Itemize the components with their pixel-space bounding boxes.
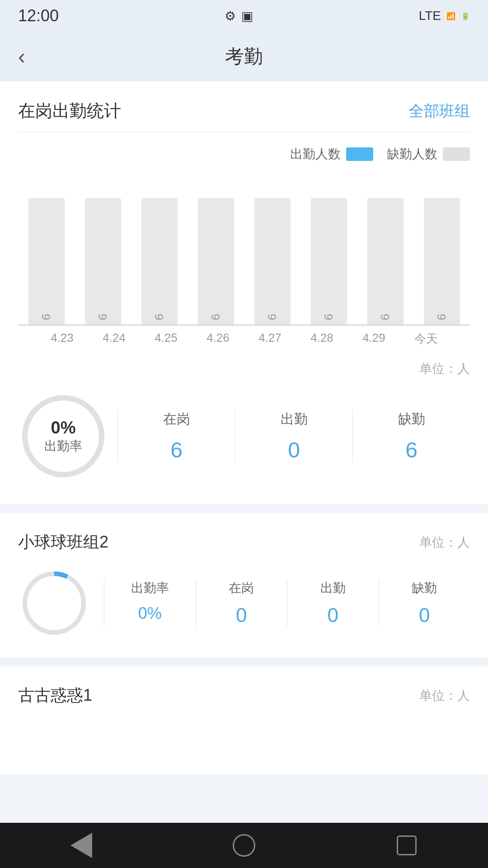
group-1-stat-item-3: 缺勤 0 [379,580,470,627]
bar-5: 6 [311,198,347,325]
group-1-stat-name-1: 在岗 [196,580,287,597]
group-section-2: 古古惑惑1 单位：人 [0,666,488,774]
group-1-unit: 单位：人 [419,534,470,551]
bar-value-4: 6 [265,314,279,320]
stat-item-1: 出勤 0 [235,410,352,462]
bars-wrapper: 66666666 [18,172,470,326]
group-1-stats-row: 出勤率 0% 在岗 0 出勤 0 缺勤 0 [18,567,470,639]
unit-label: 单位：人 [0,347,488,377]
group-1-stat-item-1: 在岗 0 [196,580,287,627]
stat-item-0: 在岗 6 [117,410,235,462]
back-nav-button[interactable] [68,832,95,859]
legend-attendance: 出勤人数 [290,146,373,163]
bar-group-2: 6 [131,198,188,325]
bar-date-label-1: 4.24 [88,331,140,347]
group-1-header: 小球球班组2 单位：人 [18,531,470,553]
page-title: 考勤 [225,44,263,69]
group-2-title: 古古惑惑1 [18,684,92,707]
stat-value-0: 6 [118,438,235,462]
bar-group-0: 6 [18,198,75,325]
bar-date-label-2: 4.25 [140,331,192,347]
group-1-stat-value-2: 0 [287,604,379,627]
recent-nav-button[interactable] [393,832,420,859]
legend-attendance-label: 出勤人数 [290,146,341,163]
main-content: 在岗出勤统计 全部班组 出勤人数 缺勤人数 66666666 4.234.244… [0,81,488,504]
top-nav: ‹ 考勤 [0,32,488,81]
bar-4: 6 [254,198,291,325]
bar-chart: 66666666 4.234.244.254.264.274.284.29今天 [0,167,488,347]
battery-icon: 🔋 [461,12,470,20]
status-right: LTE 📶 🔋 [419,9,470,23]
group-1-stat-value-1: 0 [196,604,287,627]
bar-7: 6 [424,198,460,325]
bar-group-5: 6 [300,198,357,325]
group-1-stats-items: 出勤率 0% 在岗 0 出勤 0 缺勤 0 [104,580,470,627]
stat-name-1: 出勤 [235,410,352,429]
bar-value-3: 6 [209,314,223,320]
overall-circle: 0% 出勤率 [18,391,108,481]
lte-label: LTE [419,9,441,23]
group-1-circle [18,567,90,639]
bar-group-1: 6 [75,198,131,325]
bar-date-label-4: 4.27 [244,331,296,347]
bar-date-label-0: 4.23 [36,331,88,347]
group-1-title: 小球球班组2 [18,531,108,553]
stat-item-2: 缺勤 6 [352,410,470,462]
group-1-stat-name-0: 出勤率 [104,580,196,597]
legend-absence: 缺勤人数 [387,146,470,163]
group-1-stat-item-0: 出勤率 0% [104,580,196,627]
bar-group-6: 6 [357,198,413,325]
bar-3: 6 [198,198,234,325]
group-1-stat-value-3: 0 [379,604,470,627]
gear-icon: ⚙ [225,9,236,24]
legend-blue-box [346,147,373,161]
bar-group-4: 6 [244,198,300,325]
signal-icon: 📶 [446,12,455,20]
bottom-nav [0,823,488,868]
back-button[interactable]: ‹ [18,46,25,67]
section-header: 在岗出勤统计 全部班组 [0,81,488,132]
section-title: 在岗出勤统计 [18,99,121,123]
bar-date-label-5: 4.28 [296,331,348,347]
overall-percent: 0% [44,418,82,438]
group-1-circle-svg [18,567,90,639]
bar-value-6: 6 [378,314,392,320]
bar-value-1: 6 [96,314,110,320]
group-1-stat-pct-0: 0% [104,604,196,623]
bar-date-label-7: 今天 [400,331,452,347]
stat-name-0: 在岗 [118,410,235,429]
bar-date-label-3: 4.26 [192,331,244,347]
bar-value-2: 6 [152,314,166,320]
bar-value-0: 6 [39,314,53,320]
legend-absence-label: 缺勤人数 [387,146,437,163]
bar-date-label-6: 4.29 [348,331,400,347]
sim-icon: ▣ [241,9,253,24]
bar-0: 6 [28,198,65,325]
bar-2: 6 [141,198,178,325]
recent-square-icon [397,835,417,855]
bar-group-7: 6 [413,198,470,325]
chart-legend: 出勤人数 缺勤人数 [0,132,488,167]
stat-value-2: 6 [353,438,470,462]
overall-stats-row: 0% 出勤率 在岗 6 出勤 0 缺勤 6 [0,377,488,504]
bar-1: 6 [85,198,121,325]
bar-labels: 4.234.244.254.264.274.284.29今天 [18,326,470,347]
stat-name-2: 缺勤 [353,410,470,429]
home-nav-button[interactable] [230,832,258,859]
bar-6: 6 [367,198,404,325]
group-2-header: 古古惑惑1 单位：人 [18,684,470,707]
status-time: 12:00 [18,6,59,25]
svg-point-1 [25,574,84,632]
legend-gray-box [443,147,470,161]
group-1-stat-name-2: 出勤 [287,580,379,597]
all-groups-link[interactable]: 全部班组 [408,101,470,122]
bar-value-7: 6 [435,314,449,320]
back-triangle-icon [70,833,92,858]
group-section-1: 小球球班组2 单位：人 出勤率 0% 在岗 0 出勤 0 缺勤 0 [0,513,488,657]
overall-circle-text: 0% 出勤率 [44,418,82,455]
status-icons: ⚙ ▣ [225,9,253,24]
overall-percent-label: 出勤率 [44,438,82,455]
group-1-stat-name-3: 缺勤 [379,580,470,597]
status-bar: 12:00 ⚙ ▣ LTE 📶 🔋 [0,0,488,32]
group-1-stat-item-2: 出勤 0 [287,580,379,627]
